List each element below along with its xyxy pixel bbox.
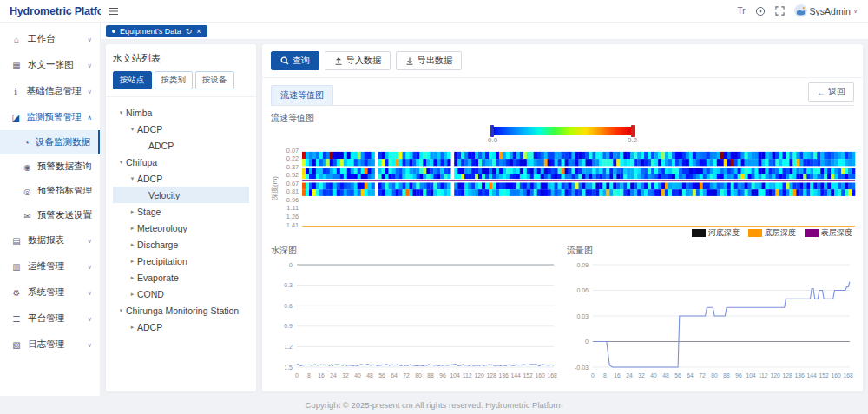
tab-equipments-data[interactable]: Equipment's Data ↻ × [106, 25, 207, 37]
sidebar-subitem-2[interactable]: ◉预警数据查询 [0, 154, 100, 179]
platform-icon: ☰ [11, 314, 22, 324]
colorbar-min-label: 0.0 [488, 136, 497, 144]
data-panel: 查询 导入数据 导出数据 流速等值图 [261, 43, 864, 392]
caret-right-icon[interactable]: ▸ [128, 225, 137, 232]
sidebar-item-9[interactable]: ▧日志管理∨ [0, 332, 100, 358]
caret-right-icon[interactable]: ▸ [128, 241, 137, 248]
caret-down-icon[interactable]: ▾ [128, 175, 137, 182]
svg-text:152: 152 [819, 372, 830, 378]
tree-node[interactable]: ▾ADCP [113, 170, 249, 187]
caret-right-icon[interactable]: ▸ [128, 258, 137, 265]
legend-swatch [748, 229, 762, 237]
tab-velocity-contour[interactable]: 流速等值图 [271, 85, 333, 105]
svg-text:168: 168 [844, 372, 853, 378]
sidebar-item-1[interactable]: ⌂工作台∨ [0, 26, 100, 52]
svg-text:0.3: 0.3 [284, 282, 293, 288]
username-text: SysAdmin [810, 6, 851, 16]
sidebar-subitem-4[interactable]: ✉预警发送设置 [0, 203, 100, 227]
svg-text:0.96: 0.96 [286, 196, 299, 204]
tree-node[interactable]: ▾Nimba [113, 104, 249, 121]
svg-text:64: 64 [391, 372, 398, 378]
close-icon[interactable]: × [196, 27, 201, 36]
svg-text:24: 24 [626, 372, 633, 378]
sidebar-subitem-1[interactable]: ◔设备监测数据 [0, 130, 100, 154]
fullscreen-icon[interactable] [775, 6, 785, 16]
back-button[interactable]: ← 返回 [808, 82, 854, 102]
svg-text:72: 72 [403, 372, 410, 378]
tree-node[interactable]: ▸Precipitation [113, 253, 249, 269]
tree-node[interactable]: ▸Discharge [113, 236, 249, 253]
tree-node[interactable]: ▸Evaporate [113, 269, 249, 286]
tree-node-label: Discharge [137, 240, 178, 250]
caret-right-icon[interactable]: ▸ [128, 291, 137, 298]
colorbar-min-handle[interactable] [490, 125, 494, 137]
svg-text:48: 48 [366, 372, 373, 378]
svg-text:72: 72 [699, 372, 706, 378]
sidebar-item-4[interactable]: ◪监测预警管理∧ [0, 104, 100, 130]
colorbar-max-handle[interactable] [631, 125, 635, 137]
svg-text:24: 24 [330, 372, 337, 378]
tree-node[interactable]: ADCP [113, 137, 249, 154]
caret-right-icon[interactable]: ▸ [128, 274, 137, 281]
svg-text:0.81: 0.81 [286, 187, 299, 195]
locale-icon[interactable]: Tr [738, 6, 746, 16]
tree-node[interactable]: ▾Chirunga Monitoring Station [113, 302, 249, 319]
export-data-button[interactable]: 导出数据 [396, 51, 462, 70]
sidebar-item-label: 数据报表 [28, 234, 64, 246]
sidebar-item-7[interactable]: ⚙系统管理∨ [0, 279, 100, 306]
caret-right-icon[interactable]: ▸ [128, 208, 137, 215]
svg-text:112: 112 [463, 372, 472, 378]
import-data-button[interactable]: 导入数据 [325, 51, 391, 70]
svg-text:8: 8 [603, 372, 607, 378]
tree-node[interactable]: ▸Meteorology [113, 220, 249, 236]
body-row: ⌂工作台∨▦水文一张图∨ℹ基础信息管理∨◪监测预警管理∧◔设备监测数据◉预警数据… [0, 23, 868, 396]
app-header: Hydrometric Platform Tr SysAdmin ∨ [0, 0, 868, 23]
filter-button-1[interactable]: 按站点 [113, 71, 152, 89]
user-avatar [794, 4, 807, 17]
tree-filter-buttons: 按站点按类别按设备 [113, 71, 249, 89]
tree-node[interactable]: ▸Stage [113, 203, 249, 220]
sidebar-item-8[interactable]: ☰平台管理∨ [0, 306, 100, 332]
sidebar-item-3[interactable]: ℹ基础信息管理∨ [0, 78, 100, 104]
main-region: Equipment's Data ↻ × 水文站列表 按站点按类别按设备 ▾Ni… [101, 23, 868, 396]
caret-down-icon[interactable]: ▾ [116, 109, 126, 116]
sidebar-item-6[interactable]: ▥运维管理∨ [0, 253, 100, 279]
tab-label: Equipment's Data [120, 27, 181, 36]
caret-down-icon[interactable]: ▾ [116, 159, 126, 166]
flow-chart-title: 流量图 [567, 245, 854, 257]
filter-button-2[interactable]: 按类别 [155, 71, 194, 89]
svg-text:0.6: 0.6 [284, 303, 293, 309]
svg-text:0.03: 0.03 [576, 313, 589, 319]
svg-text:96: 96 [735, 372, 742, 378]
svg-text:1.5: 1.5 [284, 365, 293, 371]
refresh-icon[interactable]: ↻ [186, 27, 193, 36]
caret-down-icon[interactable]: ▾ [128, 126, 137, 133]
station-tree-panel: 水文站列表 按站点按类别按设备 ▾Nimba▾ADCPADCP▾Chifupa▾… [105, 43, 257, 392]
svg-text:56: 56 [378, 372, 385, 378]
info-icon: ℹ [11, 87, 21, 96]
sidebar-item-5[interactable]: ▤数据报表∨ [0, 227, 100, 253]
svg-text:88: 88 [427, 372, 434, 378]
sidebar-subitem-3[interactable]: ◎预警指标管理 [0, 179, 100, 203]
user-menu[interactable]: SysAdmin ∨ [794, 4, 858, 17]
query-button[interactable]: 查询 [271, 51, 319, 70]
filter-button-3[interactable]: 按设备 [195, 71, 234, 89]
sidebar-subitem-label: 设备监测数据 [36, 136, 90, 148]
help-icon[interactable] [755, 6, 766, 16]
caret-down-icon[interactable]: ▾ [116, 307, 126, 314]
back-arrow-icon: ← [817, 88, 825, 97]
svg-text:104: 104 [450, 372, 461, 378]
tree-node-label: ADCP [137, 322, 162, 332]
tab-bar: Equipment's Data ↻ × [101, 23, 868, 40]
tree-node[interactable]: ▸ADCP [113, 319, 249, 335]
tree-node[interactable]: Velocity [113, 187, 249, 203]
report-icon: ▤ [11, 236, 22, 246]
sidebar-item-2[interactable]: ▦水文一张图∨ [0, 52, 100, 78]
svg-text:1.26: 1.26 [286, 213, 299, 220]
svg-text:0.07: 0.07 [286, 147, 299, 154]
tree-node[interactable]: ▾ADCP [113, 121, 249, 137]
menu-collapse-icon[interactable] [108, 7, 119, 16]
tree-node[interactable]: ▸COND [113, 286, 249, 302]
tree-node[interactable]: ▾Chifupa [113, 154, 249, 170]
caret-right-icon[interactable]: ▸ [128, 324, 137, 331]
